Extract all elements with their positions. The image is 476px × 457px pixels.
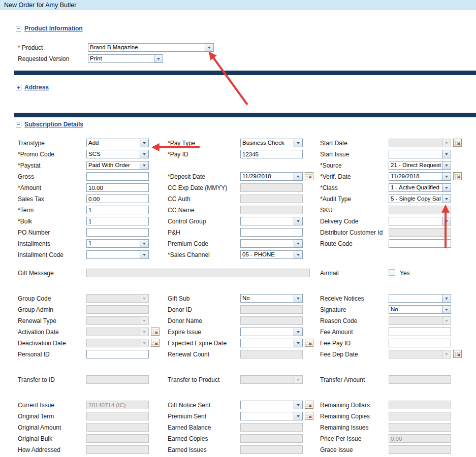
product-information-collapse-toggle[interactable]: −	[16, 26, 21, 31]
deposit-date-combobox[interactable]: 11/29/2018	[240, 172, 303, 181]
calendar-icon	[305, 172, 313, 180]
paystat-value: Paid With Order	[87, 161, 140, 169]
airmail-checkbox[interactable]	[389, 269, 395, 276]
receive-notices-label: Receive Notices	[320, 295, 364, 302]
fee-pay-id-input[interactable]	[389, 339, 451, 347]
installments-combobox[interactable]: 1	[86, 239, 149, 248]
amount-input[interactable]	[86, 183, 149, 192]
verif-date-calendar-button[interactable]	[453, 172, 462, 180]
transfer-to-id-label: Transfer to ID	[18, 376, 55, 383]
pay-id-label: *Pay ID	[168, 151, 188, 158]
product-information-section-title[interactable]: Product Information	[24, 25, 83, 32]
remaining-dollars-input	[389, 401, 451, 409]
class-combobox[interactable]: 1 - Active Qualified	[389, 183, 451, 192]
address-collapse-toggle[interactable]: +	[16, 85, 21, 90]
delivery-code-dropdown-button[interactable]	[442, 217, 451, 225]
route-code-input[interactable]	[389, 239, 451, 248]
term-input[interactable]	[86, 206, 149, 214]
installments-dropdown-button[interactable]	[140, 240, 148, 247]
subscription-details-section-title[interactable]: Subscription Details	[24, 121, 83, 128]
installment-code-combobox[interactable]	[86, 250, 149, 259]
transtype-label: Transtype	[18, 140, 45, 147]
source-combobox[interactable]: 21 - Direct Request	[389, 161, 451, 170]
remaining-copies-input	[389, 412, 451, 420]
requested-version-combobox[interactable]: Print	[88, 54, 163, 63]
receive-notices-value	[389, 295, 442, 302]
chevron-down-icon	[445, 220, 448, 222]
sales-channel-dropdown-button[interactable]	[294, 251, 302, 258]
pay-id-input[interactable]	[240, 150, 303, 158]
installment-code-dropdown-button[interactable]	[140, 251, 148, 258]
paystat-combobox[interactable]: Paid With Order	[86, 161, 149, 170]
installments-label: Installments	[18, 240, 50, 247]
signature-dropdown-button[interactable]	[442, 306, 451, 313]
transtype-dropdown-button[interactable]	[140, 139, 148, 147]
gift-sub-dropdown-button[interactable]	[294, 295, 302, 302]
group-admin-label: Group Admin	[18, 306, 53, 313]
how-addressed-input	[86, 445, 149, 454]
chevron-down-icon	[297, 342, 300, 344]
delivery-code-combobox[interactable]	[389, 217, 451, 225]
po-number-input[interactable]	[86, 228, 149, 237]
gift-notice-sent-combobox[interactable]	[240, 401, 303, 409]
transfer-to-id-input	[86, 375, 149, 384]
premium-sent-calendar-button[interactable]	[305, 412, 313, 420]
expected-expire-date-combobox[interactable]	[240, 339, 303, 347]
product-combobox[interactable]: Brand B Magazine	[88, 43, 214, 52]
source-label: *Source	[320, 162, 342, 169]
promo-code-combobox[interactable]: SCS	[86, 150, 149, 158]
premium-code-dropdown-button[interactable]	[294, 240, 302, 247]
chevron-down-icon	[143, 165, 146, 167]
bulk-input[interactable]	[86, 217, 149, 225]
signature-combobox[interactable]: No	[389, 305, 451, 314]
product-dropdown-button[interactable]	[205, 44, 213, 51]
control-group-combobox[interactable]	[240, 217, 303, 225]
grace-issue-input	[389, 445, 451, 454]
gross-input[interactable]	[86, 172, 149, 181]
sales-tax-label: Sales Tax	[18, 195, 44, 203]
subscription-details-collapse-toggle[interactable]: −	[16, 122, 21, 127]
premium-sent-combobox[interactable]	[240, 412, 303, 420]
control-group-dropdown-button[interactable]	[294, 217, 302, 225]
fee-dep-date-calendar-button	[453, 350, 462, 358]
personal-id-input[interactable]	[86, 350, 149, 358]
requested-version-label: Requested Version	[18, 55, 69, 62]
transtype-combobox[interactable]: Add	[86, 139, 149, 147]
address-section-title[interactable]: Address	[24, 84, 49, 91]
gift-notice-sent-calendar-button[interactable]	[305, 401, 313, 409]
audit-type-dropdown-button[interactable]	[442, 195, 451, 203]
start-issue-combobox[interactable]	[389, 150, 451, 158]
premium-sent-dropdown-button[interactable]	[294, 412, 302, 420]
pay-type-combobox[interactable]: Business Check	[240, 139, 303, 147]
receive-notices-dropdown-button[interactable]	[442, 295, 451, 302]
pay-type-dropdown-button[interactable]	[294, 139, 302, 147]
audit-type-combobox[interactable]: 5 - Single Copy Sal	[389, 194, 451, 203]
class-label: *Class	[320, 184, 338, 191]
fee-amount-input[interactable]	[389, 328, 451, 336]
p-and-h-input[interactable]	[240, 228, 303, 237]
sales-channel-combobox[interactable]: 05 - PHONE	[240, 250, 303, 259]
gift-sub-combobox[interactable]: No	[240, 294, 303, 303]
verif-date-combobox[interactable]: 11/29/2018	[389, 172, 451, 181]
source-dropdown-button[interactable]	[442, 161, 451, 169]
gift-sub-label: Gift Sub	[168, 295, 189, 302]
verif-date-dropdown-button[interactable]	[442, 173, 451, 180]
premium-code-combobox[interactable]	[240, 239, 303, 248]
original-term-label: Original Term	[18, 413, 54, 420]
sales-tax-input[interactable]	[86, 194, 149, 203]
start-date-combobox	[389, 139, 451, 147]
expected-expire-date-dropdown-button[interactable]	[294, 339, 302, 347]
gift-notice-sent-dropdown-button[interactable]	[294, 401, 302, 409]
expire-issue-combobox[interactable]	[240, 328, 303, 336]
receive-notices-combobox[interactable]	[389, 294, 451, 303]
requested-version-dropdown-button[interactable]	[154, 55, 163, 62]
promo-code-dropdown-button[interactable]	[140, 150, 148, 158]
class-dropdown-button[interactable]	[442, 184, 451, 191]
expire-issue-dropdown-button[interactable]	[294, 328, 302, 336]
start-issue-dropdown-button[interactable]	[442, 150, 451, 158]
paystat-dropdown-button[interactable]	[140, 161, 148, 169]
deposit-date-dropdown-button[interactable]	[294, 173, 302, 180]
expected-expire-date-calendar-button[interactable]	[305, 339, 313, 347]
deposit-date-calendar-button[interactable]	[305, 172, 313, 180]
grace-issue-label: Grace Issue	[320, 446, 353, 453]
